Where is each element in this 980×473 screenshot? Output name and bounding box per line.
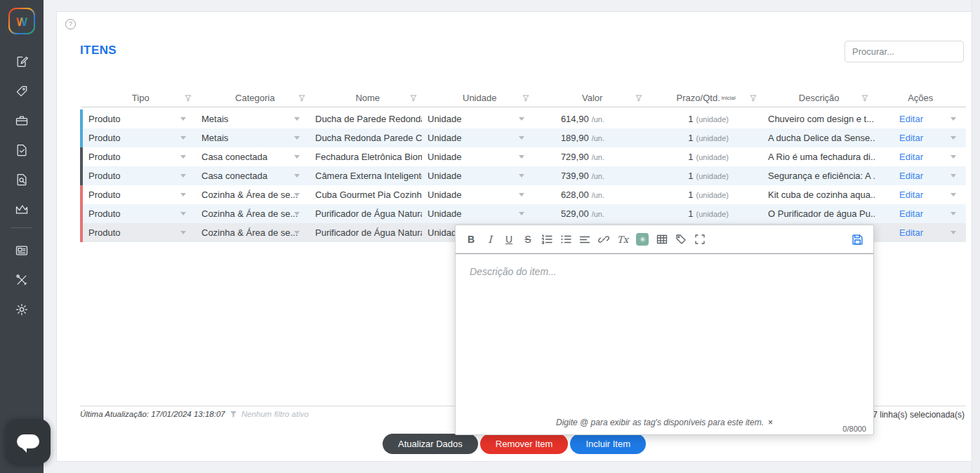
strikethrough-icon[interactable]: S bbox=[522, 233, 534, 246]
cell-descricao: A Rio é uma fechadura di... bbox=[768, 152, 875, 162]
chevron-down-icon[interactable] bbox=[519, 155, 524, 159]
column-header-nome[interactable]: Nome bbox=[312, 89, 424, 107]
edit-link[interactable]: Editar bbox=[899, 189, 923, 200]
underline-icon[interactable]: U bbox=[503, 233, 515, 246]
edit-link[interactable]: Editar bbox=[899, 227, 923, 238]
chevron-down-icon[interactable] bbox=[519, 212, 524, 215]
table-row[interactable]: Produto Metais Ducha de Parede Redonda 1… bbox=[80, 109, 966, 128]
bullet-list-icon[interactable] bbox=[560, 233, 571, 246]
chevron-down-icon[interactable] bbox=[951, 212, 956, 215]
align-icon[interactable] bbox=[579, 233, 590, 246]
table-footer-left: Última Atualização: 17/01/2024 13:18:07 … bbox=[80, 410, 309, 418]
cell-valor: 529,00 bbox=[561, 208, 589, 219]
filter-icon[interactable] bbox=[522, 95, 529, 102]
edit-link[interactable]: Editar bbox=[899, 133, 923, 143]
column-header-categoria[interactable]: Categoria bbox=[198, 89, 311, 107]
chevron-down-icon[interactable] bbox=[294, 231, 300, 234]
chevron-down-icon[interactable] bbox=[294, 174, 300, 178]
chevron-down-icon[interactable] bbox=[294, 136, 300, 140]
chevron-down-icon[interactable] bbox=[180, 117, 186, 121]
chart-icon bbox=[15, 202, 29, 216]
edit-link[interactable]: Editar bbox=[899, 208, 923, 219]
edit-link[interactable]: Editar bbox=[899, 114, 923, 124]
sidebar-item-documents[interactable] bbox=[13, 143, 31, 157]
chevron-down-icon[interactable] bbox=[180, 193, 186, 196]
chevron-down-icon[interactable] bbox=[951, 117, 956, 121]
column-header-valor[interactable]: Valor bbox=[536, 89, 649, 107]
filter-icon[interactable] bbox=[635, 95, 642, 102]
clear-format-icon[interactable]: Tx bbox=[617, 233, 628, 246]
italic-icon[interactable]: I bbox=[484, 233, 496, 246]
link-icon[interactable] bbox=[598, 233, 609, 246]
cell-categoria: Cozinha & Área de se... bbox=[201, 227, 298, 238]
help-icon[interactable]: ? bbox=[65, 19, 76, 29]
chevron-down-icon[interactable] bbox=[180, 212, 186, 215]
chevron-down-icon[interactable] bbox=[951, 174, 956, 178]
bold-icon[interactable]: B bbox=[465, 233, 477, 246]
column-header-prazo[interactable]: Prazo/Qtd.inicial bbox=[649, 89, 762, 107]
table-row[interactable]: Produto Cozinha & Área de se... Cuba Gou… bbox=[80, 185, 966, 204]
description-editor-input[interactable]: Descrição do item... bbox=[456, 254, 873, 409]
chevron-down-icon[interactable] bbox=[294, 193, 300, 196]
column-header-unidade[interactable]: Unidade bbox=[423, 89, 536, 107]
ai-assist-icon[interactable]: ✳ bbox=[636, 233, 649, 246]
edit-link[interactable]: Editar bbox=[899, 171, 923, 181]
search-input[interactable] bbox=[845, 41, 964, 62]
editor-hint: Digite @ para exibir as tag's disponívei… bbox=[456, 418, 873, 427]
tag-insert-icon[interactable] bbox=[675, 233, 687, 246]
sidebar-item-business[interactable] bbox=[13, 114, 31, 128]
chevron-down-icon[interactable] bbox=[951, 193, 956, 196]
table-row[interactable]: Produto Casa conectada Câmera Externa In… bbox=[80, 166, 966, 185]
chevron-down-icon[interactable] bbox=[294, 155, 300, 159]
cell-qtd-unit: (unidade) bbox=[696, 134, 729, 142]
filter-icon[interactable] bbox=[410, 95, 417, 102]
chevron-down-icon[interactable] bbox=[180, 174, 186, 178]
chevron-down-icon[interactable] bbox=[519, 174, 524, 178]
table-icon[interactable] bbox=[656, 233, 668, 246]
chevron-down-icon[interactable] bbox=[294, 212, 300, 215]
sidebar-item-settings[interactable] bbox=[13, 302, 31, 317]
chevron-down-icon[interactable] bbox=[951, 136, 956, 140]
chevron-down-icon[interactable] bbox=[951, 231, 956, 234]
filter-icon[interactable] bbox=[861, 95, 868, 102]
cell-valor-unit: /un. bbox=[592, 210, 604, 218]
fullscreen-icon[interactable] bbox=[694, 233, 706, 246]
edit-link[interactable]: Editar bbox=[899, 152, 923, 162]
sidebar: W bbox=[0, 0, 44, 473]
chat-button[interactable] bbox=[6, 419, 51, 464]
chevron-down-icon[interactable] bbox=[519, 136, 524, 140]
ordered-list-icon[interactable] bbox=[541, 233, 552, 246]
refresh-data-button[interactable]: Atualizar Dados bbox=[383, 434, 478, 454]
remove-item-button[interactable]: Remover Item bbox=[480, 434, 569, 454]
filter-icon[interactable] bbox=[298, 95, 305, 102]
cell-valor: 628,00 bbox=[561, 189, 589, 200]
save-icon[interactable] bbox=[852, 233, 863, 246]
chevron-down-icon[interactable] bbox=[180, 136, 186, 140]
sidebar-item-contracts[interactable] bbox=[13, 55, 31, 69]
sidebar-item-tags[interactable] bbox=[13, 84, 31, 98]
filter-icon[interactable] bbox=[185, 95, 192, 102]
sidebar-divider bbox=[11, 227, 32, 228]
chevron-down-icon[interactable] bbox=[519, 193, 524, 196]
hint-close-icon[interactable]: × bbox=[768, 418, 773, 427]
column-header-tipo[interactable]: Tipo bbox=[83, 89, 198, 107]
cell-qtd: 1 bbox=[688, 208, 693, 219]
table-row[interactable]: Produto Cozinha & Área de se... Purifica… bbox=[80, 204, 966, 223]
chevron-down-icon[interactable] bbox=[294, 117, 300, 121]
chevron-down-icon[interactable] bbox=[951, 155, 956, 159]
sidebar-item-reports[interactable] bbox=[13, 202, 31, 216]
chevron-down-icon[interactable] bbox=[180, 231, 186, 234]
chevron-down-icon[interactable] bbox=[519, 117, 524, 121]
sidebar-item-audit[interactable] bbox=[13, 173, 31, 187]
scrollbar[interactable] bbox=[972, 0, 980, 473]
app-logo[interactable]: W bbox=[8, 7, 36, 35]
add-item-button[interactable]: Incluir Item bbox=[570, 434, 646, 454]
chevron-down-icon[interactable] bbox=[180, 155, 186, 159]
column-header-descricao[interactable]: Descrição bbox=[763, 89, 875, 107]
sidebar-item-news[interactable] bbox=[13, 244, 31, 258]
filter-icon[interactable] bbox=[750, 95, 757, 102]
table-row[interactable]: Produto Casa conectada Fechadura Eletrôn… bbox=[80, 147, 966, 166]
table-row[interactable]: Produto Metais Ducha Redonda Parede Cro … bbox=[80, 128, 966, 147]
sidebar-item-tools[interactable] bbox=[13, 273, 31, 287]
selection-count-label: de 7 linha(s) selecionada(s) bbox=[861, 410, 965, 420]
